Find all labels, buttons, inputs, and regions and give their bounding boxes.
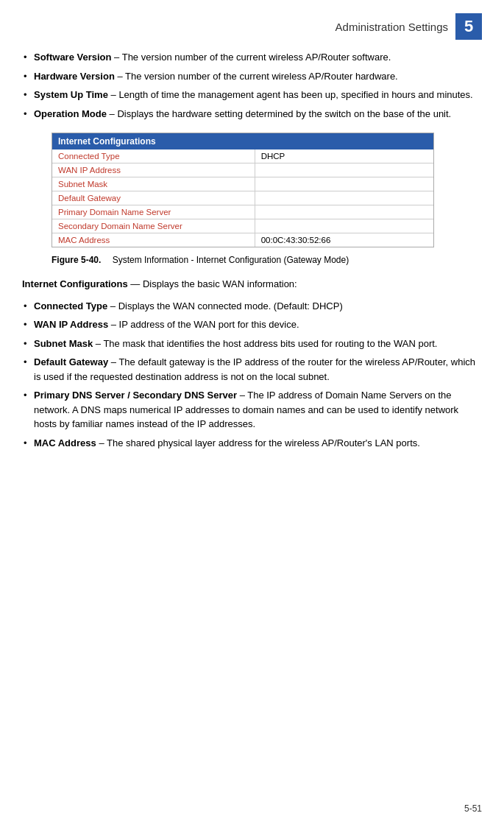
list-item-bold: Connected Type [34,300,107,312]
list-item: Primary DNS Server / Secondary DNS Serve… [22,388,482,432]
table-row-secondary-dns: Secondary Domain Name Server [52,219,433,233]
list-item: Connected Type – Displays the WAN connec… [22,299,482,314]
label-subnet: Subnet Mask [52,177,255,191]
list-item: Software Version – The version number of… [22,50,482,65]
chapter-badge: 5 [455,13,482,40]
list-item-text: – IP address of the WAN port for this de… [108,319,299,330]
list-item: Hardware Version – The version number of… [22,69,482,84]
table-row-subnet: Subnet Mask [52,177,433,191]
list-item-text: – Displays the hardware setting determin… [107,108,451,119]
section-heading: Internet Configurations — Displays the b… [22,277,482,292]
gateway-input[interactable] [261,194,427,203]
value-primary-dns [255,205,433,219]
list-item-bold: Default Gateway [34,356,108,367]
list-item-bold: WAN IP Address [34,319,108,330]
page-header: Administration Settings 5 [22,13,482,40]
table-row-mac: MAC Address 00:0C:43:30:52:66 [52,233,433,247]
figure-caption-text: System Information - Internet Configurat… [110,255,349,265]
value-subnet [255,177,433,191]
subnet-input[interactable] [261,180,427,189]
table-row-primary-dns: Primary Domain Name Server [52,205,433,219]
page-number: 5-51 [464,803,482,814]
table-row-wan-ip: WAN IP Address [52,163,433,177]
list-item-text: – Length of time the management agent ha… [108,89,473,100]
label-wan-ip: WAN IP Address [52,163,255,177]
list-item-text: – The shared physical layer address for … [96,437,420,448]
section-heading-bold: Internet Configurations [22,278,128,289]
section-heading-text: — Displays the basic WAN information: [128,278,297,289]
list-item-bold: Hardware Version [34,71,115,82]
label-connected-type: Connected Type [52,149,255,163]
label-secondary-dns: Secondary Domain Name Server [52,219,255,233]
value-gateway [255,191,433,205]
table-header-cell: Internet Configurations [52,133,433,149]
internet-config-table: Internet Configurations Connected Type D… [52,133,434,247]
list-item-text: – Displays the WAN connected mode. (Defa… [107,300,343,312]
label-primary-dns: Primary Domain Name Server [52,205,255,219]
label-gateway: Default Gateway [52,191,255,205]
list-item: Default Gateway – The default gateway is… [22,355,482,384]
list-item: System Up Time – Length of time the mana… [22,88,482,102]
bullet-list-2: Connected Type – Displays the WAN connec… [22,299,482,451]
value-connected-type: DHCP [255,149,433,163]
wan-ip-input[interactable] [261,166,427,175]
value-mac: 00:0C:43:30:52:66 [255,233,433,247]
list-item-text: – The version number of the current wire… [111,52,391,63]
figure-caption: Figure 5-40. System Information - Intern… [52,255,482,265]
list-item-bold: Subnet Mask [34,338,93,349]
bullet-list-1: Software Version – The version number of… [22,50,482,121]
list-item-bold: Primary DNS Server / Secondary DNS Serve… [34,390,237,401]
primary-dns-input[interactable] [261,208,427,217]
list-item: WAN IP Address – IP address of the WAN p… [22,317,482,332]
config-table: Internet Configurations Connected Type D… [52,133,433,247]
list-item: MAC Address – The shared physical layer … [22,436,482,451]
page-footer: 5-51 [464,803,482,814]
value-wan-ip [255,163,433,177]
figure-caption-bold: Figure 5-40. [52,255,110,265]
secondary-dns-input[interactable] [261,222,427,230]
label-mac: MAC Address [52,233,255,247]
list-item: Operation Mode – Displays the hardware s… [22,107,482,122]
header-title: Administration Settings [22,21,455,33]
page-container: Administration Settings 5 Software Versi… [0,0,504,827]
table-row-gateway: Default Gateway [52,191,433,205]
list-item-bold: Operation Mode [34,108,107,119]
table-row-connected-type: Connected Type DHCP [52,149,433,163]
list-item-bold: System Up Time [34,89,108,100]
list-item: Subnet Mask – The mask that identifies t… [22,337,482,351]
list-item-text: – The version number of the current wire… [115,71,398,82]
list-item-bold: MAC Address [34,437,96,448]
value-secondary-dns [255,219,433,233]
table-header-row: Internet Configurations [52,133,433,149]
list-item-text: – The mask that identifies the host addr… [93,338,437,349]
list-item-bold: Software Version [34,52,111,63]
